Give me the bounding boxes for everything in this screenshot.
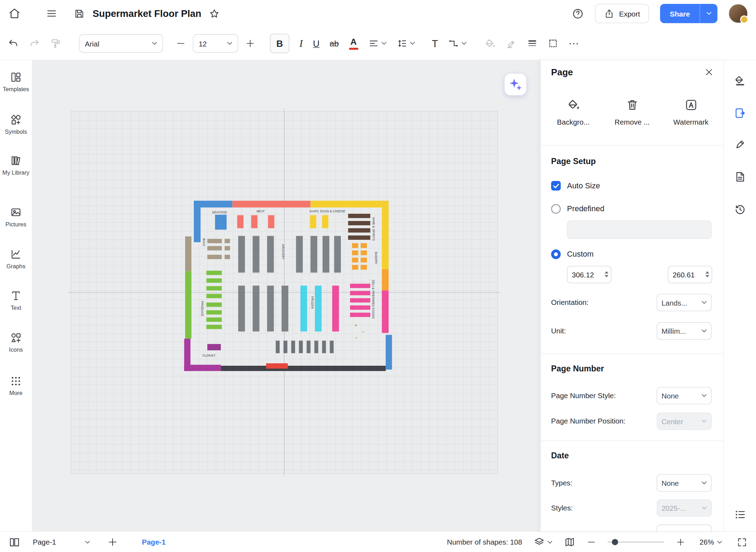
custom-radio[interactable] <box>551 250 561 259</box>
page-number-style-select[interactable]: None <box>657 387 712 404</box>
floorplan-shape[interactable] <box>350 291 370 295</box>
line-spacing-button[interactable] <box>396 38 415 49</box>
sidebar-item-text[interactable]: Text <box>0 290 32 312</box>
outline-list-tool[interactable] <box>734 509 746 521</box>
line-weight-button[interactable] <box>527 38 538 49</box>
floorplan-shape[interactable] <box>315 341 318 353</box>
floorplan-shape[interactable] <box>352 258 358 263</box>
floorplan-shape[interactable] <box>194 201 201 242</box>
floorplan-shape[interactable] <box>284 341 287 353</box>
font-family-select[interactable]: Arial <box>79 34 163 52</box>
floorplan-shape[interactable] <box>350 306 370 310</box>
floorplan-shape[interactable] <box>300 286 307 331</box>
floorplan-label[interactable]: BAKERY <box>375 252 377 264</box>
export-button[interactable]: Export <box>595 4 649 23</box>
floorplan-shape[interactable] <box>207 246 222 250</box>
user-avatar[interactable] <box>729 4 748 23</box>
page-tab-active[interactable]: Page-1 <box>139 538 169 547</box>
floorplan-shape[interactable] <box>215 215 227 230</box>
unit-select[interactable]: Millim... <box>657 322 712 340</box>
floorplan-shape[interactable] <box>268 215 274 228</box>
floorplan-shape[interactable] <box>350 284 370 288</box>
sidebar-item-my-library[interactable]: My Library <box>0 155 32 176</box>
height-spinner[interactable] <box>705 271 709 277</box>
format-painter-button[interactable] <box>50 38 62 49</box>
floorplan-shape[interactable] <box>352 265 358 270</box>
floorplan-label[interactable]: GROCERY <box>281 244 284 259</box>
sidebar-item-templates[interactable]: Templates <box>0 71 32 93</box>
floorplan-label[interactable]: FROZEN <box>311 296 314 309</box>
floorplan-shape[interactable] <box>238 236 245 272</box>
floorplan-shape[interactable] <box>253 286 259 331</box>
floorplan-shape[interactable] <box>386 335 392 370</box>
drawing-page[interactable]: SEAFOODMEATDAIRY, EGGS & CHEESEBULKGROCE… <box>70 111 498 474</box>
floorplan-shape[interactable] <box>207 278 222 283</box>
favorite-button[interactable] <box>209 8 220 19</box>
floorplan[interactable]: SEAFOODMEATDAIRY, EGGS & CHEESEBULKGROCE… <box>184 201 393 372</box>
floorplan-label[interactable]: BULK <box>203 238 205 246</box>
text-align-button[interactable] <box>368 38 387 49</box>
floorplan-shape[interactable] <box>207 271 222 275</box>
font-size-select[interactable]: 12 <box>193 34 238 52</box>
zoom-level-select[interactable]: 26% <box>697 538 725 547</box>
floorplan-shape[interactable] <box>267 236 274 272</box>
floorplan-shape[interactable] <box>332 286 339 331</box>
floorplan-shape[interactable] <box>348 221 370 225</box>
main-menu-button[interactable] <box>46 8 57 19</box>
decrease-font-size-button[interactable] <box>176 39 185 48</box>
floorplan-shape[interactable] <box>207 325 222 329</box>
floorplan-shape[interactable] <box>267 286 274 331</box>
notes-tool[interactable] <box>734 171 746 183</box>
more-tools-button[interactable]: ⋯ <box>569 38 579 49</box>
floorplan-label[interactable]: SEAFOOD <box>212 211 227 214</box>
floorplan-shape[interactable] <box>350 298 370 302</box>
home-button[interactable] <box>8 7 21 20</box>
floorplan-shape[interactable] <box>276 341 280 353</box>
floorplan-shape[interactable] <box>237 215 243 228</box>
floorplan-shape[interactable] <box>185 237 191 271</box>
floorplan-shape[interactable] <box>251 215 258 228</box>
floorplan-shape[interactable] <box>352 250 358 255</box>
floorplan-shape[interactable] <box>322 341 326 353</box>
save-button[interactable] <box>74 8 85 19</box>
page-number-position-select[interactable]: Center <box>657 413 712 430</box>
auto-size-option[interactable]: Auto Size <box>551 181 600 190</box>
strikethrough-button[interactable]: ab <box>330 39 339 48</box>
share-button[interactable]: Share <box>660 4 718 23</box>
floorplan-shape[interactable] <box>348 236 370 240</box>
increase-font-size-button[interactable] <box>246 39 255 48</box>
underline-button[interactable]: U <box>313 39 319 48</box>
custom-option[interactable]: Custom <box>551 250 594 259</box>
canvas-area[interactable]: SEAFOODMEATDAIRY, EGGS & CHEESEBULKGROCE… <box>32 60 541 531</box>
fullscreen-button[interactable] <box>737 537 747 547</box>
floorplan-shape[interactable] <box>310 215 316 228</box>
floorplan-shape[interactable] <box>382 201 388 269</box>
floorplan-shape[interactable] <box>382 269 388 290</box>
floorplan-shape[interactable] <box>296 236 303 272</box>
floorplan-shape[interactable] <box>238 286 245 331</box>
orientation-select[interactable]: Lands... <box>657 294 712 311</box>
highlighter-button[interactable] <box>506 38 517 49</box>
italic-button[interactable]: I <box>299 38 303 49</box>
redo-button[interactable] <box>29 38 40 49</box>
zoom-slider-knob[interactable] <box>612 539 618 545</box>
floorplan-shape[interactable] <box>348 228 370 232</box>
history-tool[interactable] <box>734 203 746 215</box>
page-setup-tool[interactable] <box>734 107 746 119</box>
sidebar-item-pictures[interactable]: Pictures <box>0 207 32 228</box>
floorplan-shape[interactable] <box>382 290 388 333</box>
navigator-button[interactable] <box>564 537 575 548</box>
floorplan-shape[interactable] <box>307 341 311 353</box>
watermark-button[interactable]: Watermark <box>662 98 719 126</box>
floorplan-shape[interactable] <box>207 294 222 298</box>
floorplan-shape[interactable] <box>225 246 230 250</box>
date-styles-select[interactable]: 2025-... <box>657 500 712 517</box>
floorplan-shape[interactable] <box>311 201 382 207</box>
floorplan-shape[interactable] <box>361 243 367 248</box>
floorplan-shape[interactable] <box>323 236 329 272</box>
floorplan-shape[interactable] <box>225 239 230 243</box>
fill-style-tool[interactable] <box>734 75 746 87</box>
bold-button[interactable]: B <box>270 34 290 53</box>
floorplan-shape[interactable] <box>221 366 386 371</box>
zoom-slider[interactable] <box>608 541 665 543</box>
